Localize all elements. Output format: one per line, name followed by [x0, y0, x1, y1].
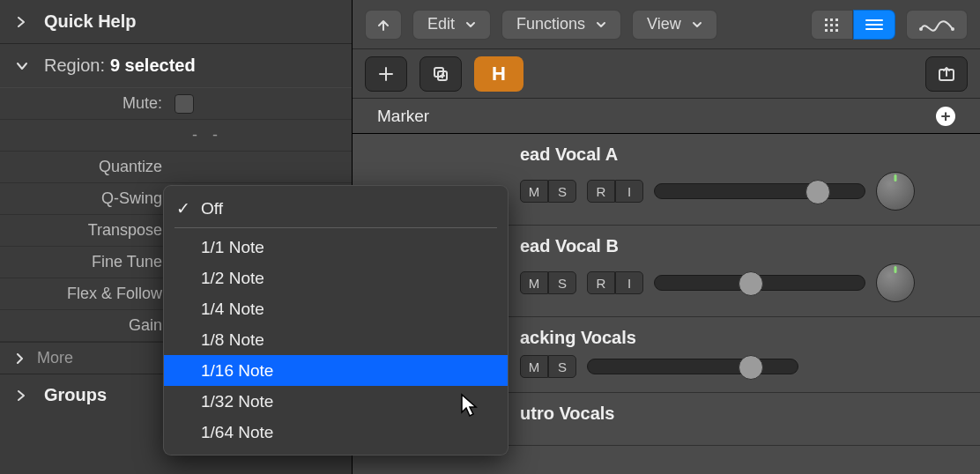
list-view-button[interactable] — [853, 10, 895, 40]
marker-label: Marker — [377, 107, 429, 126]
pan-knob[interactable] — [876, 172, 915, 211]
quantize-item[interactable]: 1/16 Note — [164, 355, 508, 386]
track-name: utro Vocals — [520, 404, 968, 424]
solo-button[interactable]: S — [548, 355, 576, 378]
param-loop[interactable]: - - — [0, 120, 352, 152]
quick-help-header[interactable]: Quick Help — [0, 0, 352, 44]
record-button[interactable]: R — [587, 180, 615, 203]
svg-rect-7 — [830, 29, 833, 32]
grid-view-button[interactable] — [811, 10, 853, 40]
region-value: 9 selected — [110, 56, 196, 76]
chevron-down-icon — [465, 20, 476, 29]
svg-rect-2 — [835, 19, 838, 21]
mute-solo-group: MS — [520, 271, 576, 294]
quantize-item[interactable]: 1/1 Note — [164, 232, 508, 263]
mute-button[interactable]: M — [520, 271, 548, 294]
svg-rect-8 — [835, 29, 838, 32]
mute-button[interactable]: M — [520, 180, 548, 203]
popout-button[interactable] — [925, 56, 968, 92]
track-name: ead Vocal B — [520, 236, 968, 256]
record-input-group: RI — [587, 180, 643, 203]
chevron-right-icon — [16, 389, 30, 402]
param-mute[interactable]: Mute: — [0, 88, 352, 120]
record-button[interactable]: R — [587, 271, 615, 294]
subtoolbar: H — [353, 49, 980, 99]
marker-row[interactable]: Marker + — [353, 99, 980, 134]
quantize-item[interactable]: 1/32 Note — [164, 386, 508, 417]
quantize-item[interactable]: 1/8 Note — [164, 324, 508, 355]
mute-solo-group: MS — [520, 355, 576, 378]
track-name: ead Vocal A — [520, 144, 968, 165]
mute-solo-group: MS — [520, 180, 576, 203]
input-button[interactable]: I — [615, 271, 643, 294]
chevron-right-icon — [16, 16, 30, 28]
solo-button[interactable]: S — [548, 271, 576, 294]
mute-checkbox[interactable] — [174, 94, 194, 114]
volume-slider[interactable] — [654, 275, 865, 291]
region-label: Region: — [44, 56, 105, 76]
svg-rect-6 — [825, 29, 828, 32]
region-header[interactable]: Region: 9 selected — [0, 44, 352, 88]
quantize-item[interactable]: 1/2 Note — [164, 263, 508, 293]
quantize-item[interactable]: 1/4 Note — [164, 293, 508, 324]
svg-rect-3 — [825, 24, 828, 26]
volume-slider[interactable] — [587, 359, 798, 374]
add-marker-button[interactable]: + — [936, 107, 955, 126]
chevron-down-icon — [596, 20, 606, 29]
duplicate-button[interactable] — [419, 56, 462, 92]
svg-rect-4 — [830, 24, 833, 26]
pan-knob[interactable] — [876, 263, 915, 302]
back-up-button[interactable] — [365, 10, 402, 40]
quantize-off-item[interactable]: ✓Off — [164, 193, 508, 224]
svg-rect-1 — [830, 19, 833, 21]
check-icon: ✓ — [176, 198, 190, 218]
view-menu[interactable]: View — [632, 10, 717, 40]
svg-rect-5 — [835, 24, 838, 26]
chevron-right-icon — [16, 353, 30, 364]
track-name: acking Vocals — [520, 328, 968, 348]
quantize-item[interactable]: 1/64 Note — [164, 417, 508, 448]
chevron-down-icon — [692, 20, 702, 29]
svg-point-12 — [919, 27, 923, 31]
chevron-down-icon — [16, 61, 30, 71]
add-button[interactable] — [365, 56, 407, 92]
functions-menu[interactable]: Functions — [501, 10, 621, 40]
svg-rect-0 — [825, 19, 828, 21]
edit-menu[interactable]: Edit — [412, 10, 491, 40]
quick-help-label: Quick Help — [44, 11, 136, 32]
mute-button[interactable]: M — [520, 355, 548, 378]
toolbar: Edit Functions View — [353, 0, 980, 49]
view-mode-segmented — [811, 10, 895, 40]
quantize-menu[interactable]: ✓Off1/1 Note1/2 Note1/4 Note1/8 Note1/16… — [163, 185, 509, 455]
volume-slider[interactable] — [654, 183, 865, 199]
record-input-group: RI — [587, 271, 643, 294]
svg-point-13 — [951, 27, 954, 31]
solo-button[interactable]: S — [548, 180, 576, 203]
automation-curve-button[interactable] — [906, 10, 968, 40]
input-button[interactable]: I — [615, 180, 643, 203]
h-toggle-button[interactable]: H — [474, 56, 523, 92]
param-quantize[interactable]: Quantize — [0, 152, 352, 183]
